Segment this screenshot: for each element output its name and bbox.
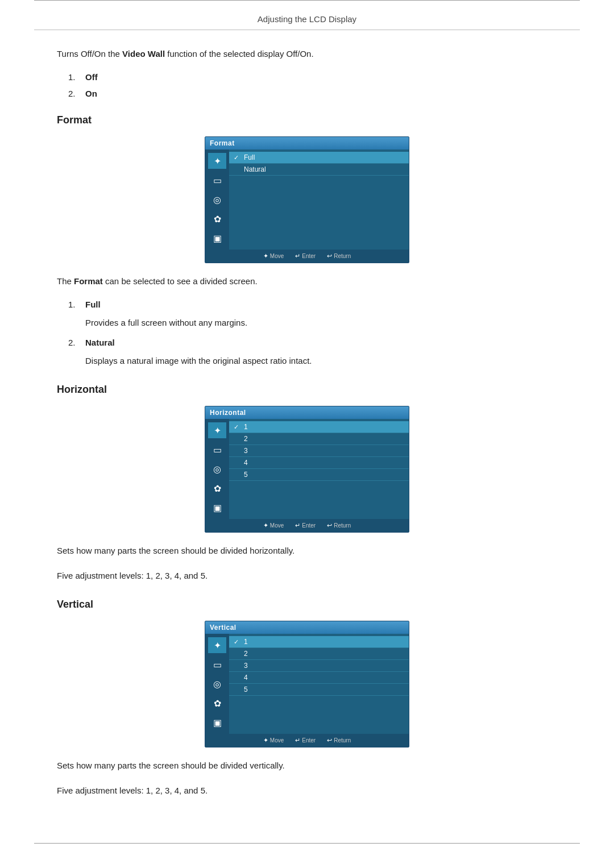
- horizontal-icon-4: ✿: [208, 480, 226, 496]
- h-checkmark-2: [234, 435, 242, 442]
- horizontal-menu-body: ✦ ▭ ◎ ✿ ▣ ✓ 1 2 3: [205, 419, 409, 519]
- format-menu-screenshot: Format ✦ ▭ ◎ ✿ ▣ ✓ Full Natural: [205, 136, 409, 263]
- list-label-on: On: [85, 89, 97, 98]
- v-checkmark-2: [234, 650, 242, 657]
- vertical-option-5: 5: [229, 684, 409, 696]
- vertical-option-2: 2: [229, 648, 409, 660]
- vertical-icon-1: ✦: [208, 637, 226, 653]
- format-menu-options: ✓ Full Natural: [229, 149, 409, 250]
- h-checkmark-1: ✓: [234, 423, 242, 431]
- format-checkmark-natural: [234, 166, 242, 173]
- format-natural-label: Natural: [85, 338, 115, 347]
- horizontal-option-3: 3: [229, 445, 409, 457]
- format-menu-footer: ✦ Move ↵ Enter ↩ Return: [205, 250, 409, 263]
- h-move-icon: ✦: [263, 522, 268, 529]
- v-label-5: 5: [244, 686, 248, 693]
- return-icon: ↩: [327, 252, 332, 260]
- horizontal-option-2: 2: [229, 433, 409, 445]
- horizontal-menu-screenshot: Horizontal ✦ ▭ ◎ ✿ ▣ ✓ 1 2: [205, 406, 409, 533]
- format-label-full: Full: [244, 153, 255, 161]
- h-label-4: 4: [244, 459, 248, 467]
- horizontal-icon-2: ▭: [208, 442, 226, 458]
- v-checkmark-5: [234, 686, 242, 693]
- horizontal-empty-space: [229, 481, 409, 492]
- format-number-2: 2.: [68, 338, 85, 347]
- intro-paragraph: Turns Off/On the Video Wall function of …: [57, 47, 557, 61]
- v-checkmark-1: ✓: [234, 638, 242, 646]
- format-natural-desc: Displays a natural image with the origin…: [57, 354, 557, 368]
- v-enter-icon: ↵: [295, 737, 300, 744]
- vertical-empty-space: [229, 696, 409, 707]
- format-list-natural: 2. Natural: [57, 338, 557, 347]
- format-icon-4: ✿: [208, 211, 226, 227]
- enter-label: Enter: [302, 253, 316, 259]
- v-return-label: Return: [334, 737, 351, 744]
- horizontal-option-1: ✓ 1: [229, 421, 409, 433]
- horizontal-option-4: 4: [229, 457, 409, 469]
- v-move-icon: ✦: [263, 737, 268, 744]
- format-icon-5: ▣: [208, 230, 226, 246]
- intro-text-after: function of the selected display Off/On.: [165, 49, 314, 59]
- format-label-natural: Natural: [244, 165, 266, 173]
- horizontal-footer-enter: ↵ Enter: [295, 522, 316, 529]
- vertical-footer-move: ✦ Move: [263, 737, 284, 744]
- h-checkmark-3: [234, 447, 242, 454]
- page-title: Adjusting the LCD Display: [34, 6, 580, 30]
- v-return-icon: ↩: [327, 737, 332, 744]
- horizontal-menu-icons: ✦ ▭ ◎ ✿ ▣: [205, 419, 229, 519]
- format-menu-icons: ✦ ▭ ◎ ✿ ▣: [205, 149, 229, 250]
- h-checkmark-4: [234, 459, 242, 466]
- h-enter-label: Enter: [302, 522, 316, 529]
- v-label-2: 2: [244, 650, 248, 658]
- vertical-menu-screenshot: Vertical ✦ ▭ ◎ ✿ ▣ ✓ 1 2: [205, 621, 409, 747]
- list-item-off: 1. Off: [57, 72, 557, 82]
- vertical-icon-2: ▭: [208, 657, 226, 672]
- horizontal-menu-options: ✓ 1 2 3 4 5: [229, 419, 409, 519]
- v-label-4: 4: [244, 674, 248, 682]
- list-number-1: 1.: [68, 72, 85, 82]
- v-checkmark-3: [234, 662, 242, 669]
- format-desc-bold: Format: [74, 276, 103, 286]
- vertical-icon-4: ✿: [208, 695, 226, 711]
- bottom-rule: [34, 843, 580, 844]
- format-description: The Format can be selected to see a divi…: [57, 275, 557, 288]
- h-return-label: Return: [334, 522, 351, 529]
- horizontal-icon-1: ✦: [208, 422, 226, 438]
- v-label-3: 3: [244, 662, 248, 670]
- return-label: Return: [334, 253, 351, 259]
- intro-text-before: Turns Off/On the: [57, 49, 122, 59]
- v-move-label: Move: [270, 737, 284, 744]
- vertical-menu-options: ✓ 1 2 3 4 5: [229, 634, 409, 734]
- vertical-desc2: Five adjustment levels: 1, 2, 3, 4, and …: [57, 784, 557, 798]
- vertical-desc1: Sets how many parts the screen should be…: [57, 759, 557, 773]
- h-label-2: 2: [244, 435, 248, 443]
- format-icon-3: ◎: [208, 192, 226, 207]
- horizontal-desc1: Sets how many parts the screen should be…: [57, 544, 557, 558]
- format-footer-return: ↩ Return: [327, 252, 351, 260]
- horizontal-menu-title: Horizontal: [205, 406, 409, 419]
- h-move-label: Move: [270, 522, 284, 529]
- vertical-menu-body: ✦ ▭ ◎ ✿ ▣ ✓ 1 2 3: [205, 634, 409, 734]
- format-icon-2: ▭: [208, 172, 226, 188]
- move-icon: ✦: [263, 252, 268, 260]
- enter-icon: ↵: [295, 252, 300, 260]
- vertical-menu-footer: ✦ Move ↵ Enter ↩ Return: [205, 734, 409, 747]
- h-return-icon: ↩: [327, 522, 332, 529]
- format-list-full: 1. Full: [57, 300, 557, 309]
- move-label: Move: [270, 253, 284, 259]
- h-label-5: 5: [244, 471, 248, 479]
- vertical-menu-title: Vertical: [205, 621, 409, 634]
- vertical-icon-3: ◎: [208, 676, 226, 692]
- h-checkmark-5: [234, 471, 242, 478]
- format-menu-title: Format: [205, 137, 409, 149]
- vertical-option-4: 4: [229, 672, 409, 684]
- format-checkmark-full: ✓: [234, 154, 242, 161]
- horizontal-desc2: Five adjustment levels: 1, 2, 3, 4, and …: [57, 569, 557, 583]
- h-label-3: 3: [244, 447, 248, 455]
- format-full-label: Full: [85, 300, 101, 309]
- vertical-option-1: ✓ 1: [229, 636, 409, 648]
- h-label-1: 1: [244, 423, 248, 431]
- horizontal-icon-3: ◎: [208, 461, 226, 477]
- main-content: Turns Off/On the Video Wall function of …: [0, 30, 614, 832]
- format-number-1: 1.: [68, 300, 85, 309]
